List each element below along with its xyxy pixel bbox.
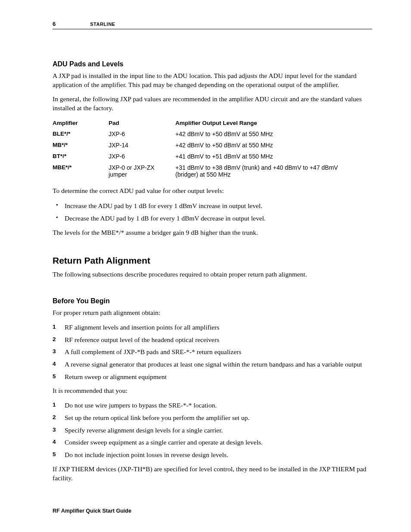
list-text: Do not use wire jumpers to bypass the SR…: [65, 401, 217, 409]
table-row: MBE*/* JXP-0 or JXP-ZX jumper +31 dBmV t…: [53, 162, 372, 180]
amp-cell: MBE*/*: [53, 162, 109, 180]
list-text: Set up the return optical link before yo…: [65, 414, 249, 421]
heading-adu-pads: ADU Pads and Levels: [53, 60, 372, 68]
table-header: Pad: [109, 118, 175, 129]
list-marker: 3: [53, 426, 56, 434]
page-number: 6: [53, 21, 56, 27]
output-cell: +31 dBmV to +38 dBmV (trunk) and +40 dBm…: [175, 162, 372, 180]
list-item: 5Return sweep or alignment equipment: [53, 372, 372, 382]
pad-cell: JXP-6: [109, 129, 175, 140]
list-marker: 4: [53, 438, 56, 446]
list-text: Consider sweep equipment as a single car…: [65, 439, 263, 446]
list-marker: 4: [53, 360, 56, 368]
paragraph: If JXP THERM devices (JXP-TH*B) are spec…: [53, 465, 372, 483]
list-text: A reverse signal generator that produces…: [65, 361, 362, 368]
paragraph: A JXP pad is installed in the input line…: [53, 72, 372, 90]
table-header: Amplifier Output Level Range: [175, 118, 372, 129]
paragraph: It is recommended that you:: [53, 386, 372, 395]
table-header-row: Amplifier Pad Amplifier Output Level Ran…: [53, 118, 372, 129]
pad-cell: JXP-6: [109, 151, 175, 162]
paragraph: The following subsections describe proce…: [53, 270, 372, 279]
list-marker: 3: [53, 348, 56, 356]
adu-pad-table: Amplifier Pad Amplifier Output Level Ran…: [53, 118, 372, 180]
list-item: 3A full complement of JXP-*B pads and SR…: [53, 347, 372, 357]
list-marker: 1: [53, 401, 56, 409]
paragraph: The levels for the MBE*/* assume a bridg…: [53, 228, 372, 237]
paragraph: To determine the correct ADU pad value f…: [53, 187, 372, 196]
paragraph: In general, the following JXP pad values…: [53, 95, 372, 113]
output-cell: +42 dBmV to +50 dBmV at 550 MHz: [175, 140, 372, 151]
numbered-list: 1Do not use wire jumpers to bypass the S…: [53, 401, 372, 459]
numbered-list: 1RF alignment levels and insertion point…: [53, 323, 372, 381]
list-text: Do not include injection point losses in…: [65, 451, 228, 458]
table-row: MB*/* JXP-14 +42 dBmV to +50 dBmV at 550…: [53, 140, 372, 151]
pad-cell: JXP-0 or JXP-ZX jumper: [109, 162, 175, 180]
list-marker: 5: [53, 373, 56, 381]
footer-title: RF Amplifier Quick Start Guide: [53, 508, 131, 514]
table-row: BLE*/* JXP-6 +42 dBmV to +50 dBmV at 550…: [53, 129, 372, 140]
amp-cell: MB*/*: [53, 140, 109, 151]
bullet-list: Increase the ADU pad by 1 dB for every 1…: [53, 201, 372, 224]
list-marker: 2: [53, 336, 56, 344]
list-text: Return sweep or alignment equipment: [65, 373, 167, 380]
amp-cell: BT*/*: [53, 151, 109, 162]
output-cell: +42 dBmV to +50 dBmV at 550 MHz: [175, 129, 372, 140]
list-marker: 1: [53, 323, 56, 331]
page-header: 6 STARLINE: [53, 21, 372, 29]
paragraph: For proper return path alignment obtain:: [53, 308, 372, 317]
list-item: Increase the ADU pad by 1 dB for every 1…: [65, 201, 372, 211]
list-text: Specify reverse alignment design levels …: [65, 426, 223, 434]
list-item: 3Specify reverse alignment design levels…: [53, 426, 372, 435]
list-marker: 2: [53, 414, 56, 422]
list-text: RF alignment levels and insertion points…: [65, 324, 219, 331]
heading-return-path: Return Path Alignment: [53, 255, 372, 266]
list-item: 2Set up the return optical link before y…: [53, 413, 372, 423]
heading-before-you-begin: Before You Begin: [53, 297, 372, 305]
list-item: 4Consider sweep equipment as a single ca…: [53, 438, 372, 447]
list-item: 5Do not include injection point losses i…: [53, 450, 372, 460]
page: 6 STARLINE ADU Pads and Levels A JXP pad…: [0, 0, 411, 532]
list-text: RF reference output level of the headend…: [65, 336, 219, 343]
list-item: 2RF reference output level of the headen…: [53, 335, 372, 345]
pad-cell: JXP-14: [109, 140, 175, 151]
table-header: Amplifier: [53, 118, 109, 129]
list-marker: 5: [53, 451, 56, 459]
list-item: 1Do not use wire jumpers to bypass the S…: [53, 401, 372, 410]
amp-cell: BLE*/*: [53, 129, 109, 140]
list-item: 1RF alignment levels and insertion point…: [53, 323, 372, 332]
table-row: BT*/* JXP-6 +41 dBmV to +51 dBmV at 550 …: [53, 151, 372, 162]
output-cell: +41 dBmV to +51 dBmV at 550 MHz: [175, 151, 372, 162]
header-title: STARLINE: [90, 22, 115, 27]
list-item: 4A reverse signal generator that produce…: [53, 360, 372, 369]
list-text: A full complement of JXP-*B pads and SRE…: [65, 348, 241, 355]
list-item: Decrease the ADU pad by 1 dB for every 1…: [65, 213, 372, 223]
